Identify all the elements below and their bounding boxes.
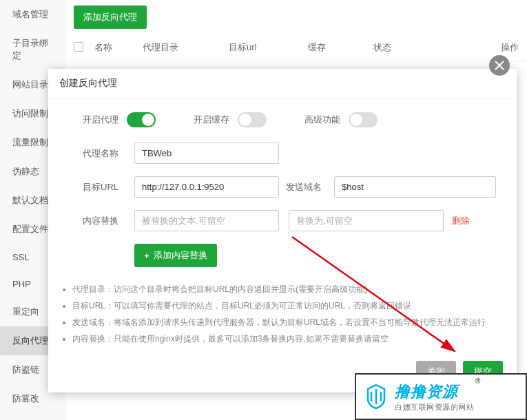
help-list: 代理目录：访问这个目录时将会把目标URL的内容返回并显示(需要开启高级功能)目标…	[48, 274, 517, 354]
sidebar-item-1[interactable]: 子目录绑定	[0, 29, 65, 70]
send-domain-input[interactable]	[334, 176, 496, 198]
target-url-input[interactable]	[134, 176, 279, 198]
add-content-replace-button[interactable]: + 添加内容替换	[134, 244, 217, 267]
content-replace-label: 内容替换	[83, 215, 127, 227]
replace-from-input[interactable]	[134, 210, 279, 231]
sidebar-item-0[interactable]: 域名管理	[0, 0, 65, 29]
plus-icon: +	[144, 251, 149, 261]
sidebar-item-14[interactable]: 安全扫描	[0, 413, 65, 420]
select-all-checkbox[interactable]	[74, 42, 83, 52]
main-content: 添加反向代理 名称 代理目录 目标url 缓存 状态 操作	[65, 0, 527, 61]
watermark-subtitle: 白嫖互联网资源的网站	[395, 402, 474, 412]
help-item-3: 内容替换：只能在使用nginx时提供，最多可以添加3条替换内容,如果不需要替换请…	[72, 330, 503, 347]
col-name: 名称	[94, 41, 143, 54]
toggle-advanced-label: 高级功能	[304, 114, 340, 126]
target-url-label: 目标URL	[83, 181, 127, 193]
col-cache: 缓存	[308, 41, 373, 54]
help-item-2: 发送域名：将域名添加到请求头传递到代理服务器，默认为目标URL域名，若设置不当可…	[72, 314, 503, 330]
table-header: 名称 代理目录 目标url 缓存 状态 操作	[65, 34, 527, 61]
replace-to-input[interactable]	[289, 210, 444, 231]
toggle-cache-label: 开启缓存	[194, 114, 229, 126]
watermark-logo-icon	[362, 382, 391, 411]
close-icon[interactable]	[489, 55, 510, 76]
modal-title: 创建反向代理	[48, 69, 517, 98]
delete-replace-button[interactable]: 删除	[452, 215, 470, 227]
watermark: 撸撸资源 白嫖互联网资源的网站 ®	[355, 373, 527, 420]
toggle-cache[interactable]	[238, 112, 267, 127]
col-url: 目标url	[229, 41, 308, 54]
col-ops: 操作	[497, 41, 519, 54]
toggle-proxy[interactable]	[127, 112, 156, 127]
col-dir: 代理目录	[143, 41, 229, 54]
add-reverse-proxy-button[interactable]: 添加反向代理	[74, 6, 147, 29]
proxy-name-label: 代理名称	[83, 147, 127, 160]
col-status: 状态	[373, 41, 497, 54]
send-domain-label: 发送域名	[286, 181, 327, 193]
proxy-name-input[interactable]	[134, 143, 279, 164]
help-item-0: 代理目录：访问这个目录时将会把目标URL的内容返回并显示(需要开启高级功能)	[72, 281, 503, 297]
toggle-advanced[interactable]	[349, 112, 378, 127]
watermark-title: 撸撸资源	[395, 381, 474, 402]
help-item-1: 目标URL：可以填写你需要代理的站点，目标URL必须为可正常访问的URL，否则将…	[72, 297, 503, 314]
watermark-r-icon: ®	[475, 377, 480, 385]
toggle-proxy-label: 开启代理	[83, 114, 118, 126]
create-reverse-proxy-modal: 创建反向代理 开启代理 开启缓存 高级功能 代理名称 目标URL	[48, 69, 517, 392]
